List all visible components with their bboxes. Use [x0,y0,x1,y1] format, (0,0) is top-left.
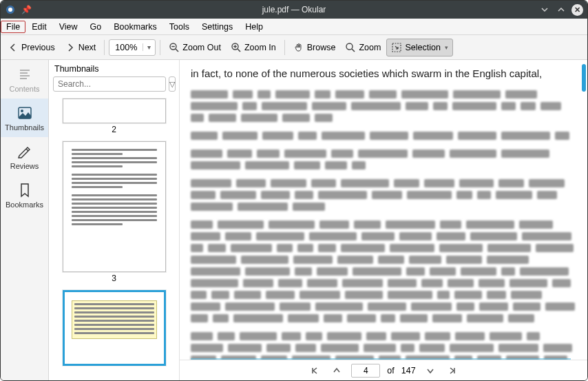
document-view: in fact, to none of the numerous societi… [180,60,587,380]
selection-tool-button[interactable]: Selection ▾ [386,39,452,56]
tab-thumbnails[interactable]: Thumbnails [1,99,48,137]
zoom-out-icon [169,42,180,53]
menu-edit[interactable]: Edit [25,20,53,34]
tab-thumbnails-label: Thumbnails [1,123,48,132]
zoom-in-button[interactable]: Zoom In [227,39,280,56]
thumbnail-page[interactable] [63,141,166,272]
chevron-down-icon: ▾ [445,44,448,51]
zoom-tool-icon [345,42,356,53]
menu-bookmarks[interactable]: Bookmarks [107,20,163,34]
page-first-button[interactable] [307,364,322,377]
zoom-in-icon [231,42,242,53]
reviews-icon [1,143,48,161]
thumbnails-icon [1,104,48,122]
zoom-combo[interactable]: 100% ▾ [109,39,156,56]
next-label: Next [78,43,96,52]
zoom-tool-label: Zoom [359,43,381,52]
previous-label: Previous [21,43,55,52]
zoom-in-label: Zoom In [244,43,276,52]
page-number-input[interactable] [351,364,380,378]
page-next-button[interactable] [423,364,438,377]
svg-line-6 [238,49,240,52]
thumbnail-search-input[interactable] [53,76,166,92]
selection-icon [391,42,402,53]
tab-bookmarks[interactable]: Bookmarks [1,176,48,214]
page-navigator: of 147 [180,360,587,380]
pin-icon[interactable]: 📌 [21,5,32,14]
tab-bookmarks-label: Bookmarks [1,200,48,209]
zoom-value: 100% [109,43,143,52]
zoom-tool-button[interactable]: Zoom [341,39,385,56]
previous-page-button[interactable]: Previous [3,39,59,56]
document-visible-line: in fact, to none of the numerous societi… [191,65,576,82]
toolbar: Previous Next 100% ▾ Zoom Out Zoom In Br… [1,35,587,60]
menubar: File Edit View Go Bookmarks Tools Settin… [1,19,587,35]
tab-reviews[interactable]: Reviews [1,137,48,176]
bookmark-icon [1,181,48,199]
side-tab-strip: Contents Thumbnails Reviews Bookmarks [1,60,49,380]
thumbnail-list[interactable]: 2 3 [49,96,179,380]
thumbnail-page-selected[interactable] [63,290,166,366]
svg-point-9 [346,43,353,50]
window-controls: ✕ [538,3,583,16]
maximize-button[interactable] [555,3,567,16]
contents-icon [1,65,48,83]
thumbnail-search-row: ▽ [49,76,179,96]
chevron-right-icon [65,42,76,53]
svg-line-10 [352,49,355,52]
menu-tools[interactable]: Tools [163,20,196,34]
svg-line-3 [176,49,178,52]
separator [104,40,105,55]
menu-settings[interactable]: Settings [196,20,239,34]
thumbnails-panel: Thumbnails ▽ 2 [49,60,180,380]
svg-point-17 [21,110,23,112]
menu-go[interactable]: Go [84,20,108,34]
document-scroll[interactable]: in fact, to none of the numerous societi… [180,60,587,360]
tab-reviews-label: Reviews [1,162,48,170]
thumbnail-label: 2 [56,125,172,134]
window-title: jule.pdf — Okular [262,5,326,14]
selection-label: Selection [405,43,440,52]
page-divider [191,358,571,360]
page-total: 147 [401,366,416,375]
thumbnail-page[interactable] [63,99,166,123]
page-prev-button[interactable] [329,364,344,377]
svg-point-1 [8,8,12,12]
minimize-button[interactable] [538,3,551,16]
menu-file[interactable]: File [1,21,25,33]
browse-label: Browse [307,43,336,52]
separator [160,40,160,55]
thumbnails-title: Thumbnails [49,60,179,76]
app-icon [5,4,16,15]
close-button[interactable]: ✕ [571,4,583,16]
vertical-scrollbar[interactable] [582,64,586,92]
chevron-down-icon: ▾ [143,43,155,51]
zoom-out-label: Zoom Out [182,43,221,52]
tab-contents[interactable]: Contents [1,60,48,99]
menu-help[interactable]: Help [239,20,269,34]
zoom-out-button[interactable]: Zoom Out [165,39,225,56]
thumbnail-label: 3 [56,274,172,283]
titlebar: 📌 jule.pdf — Okular ✕ [1,1,587,19]
page-of-label: of [387,366,394,375]
main-body: Contents Thumbnails Reviews Bookmarks Th… [1,60,587,380]
thumbnail-filter-button[interactable]: ▽ [169,76,176,92]
document-content: in fact, to none of the numerous societi… [191,65,576,360]
okular-window: 📌 jule.pdf — Okular ✕ File Edit View Go … [0,0,588,381]
tab-contents-label: Contents [1,85,48,93]
chevron-left-icon [8,42,19,53]
menu-view[interactable]: View [53,20,84,34]
page-last-button[interactable] [445,364,460,377]
separator [284,40,285,55]
browse-tool-button[interactable]: Browse [289,39,340,56]
hand-icon [293,42,304,53]
next-page-button[interactable]: Next [61,39,101,56]
